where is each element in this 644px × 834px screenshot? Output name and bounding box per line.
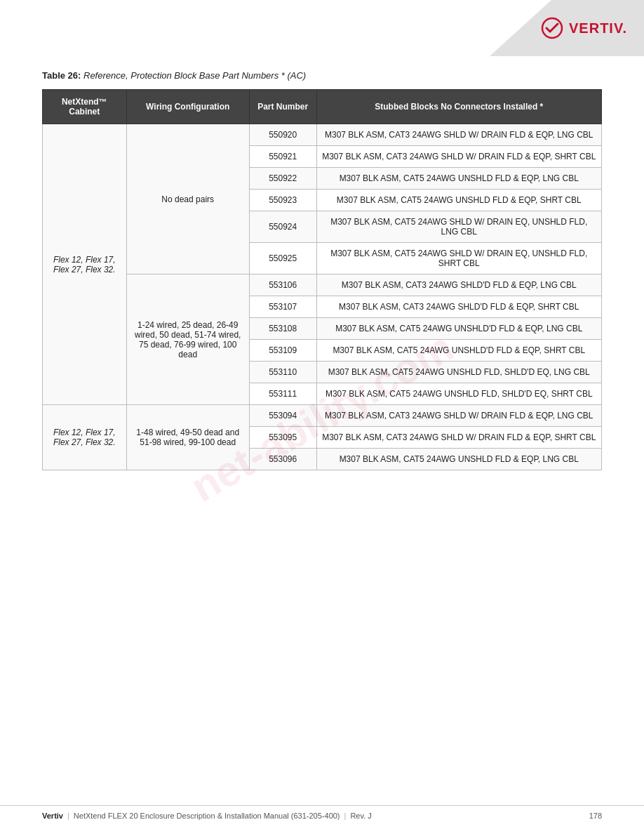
footer-divider2: | (344, 812, 347, 820)
header-stubbed: Stubbed Blocks No Connectors Installed * (316, 90, 602, 124)
cell-part-number: 550924 (249, 211, 316, 243)
table-caption-bold: Table 26: (42, 70, 81, 81)
cell-stubbed: M307 BLK ASM, CAT5 24AWG SHLD W/ DRAIN E… (316, 211, 602, 243)
cell-part-number: 553110 (249, 362, 316, 383)
cell-part-number: 553095 (249, 427, 316, 449)
footer-left: Vertiv | NetXtend FLEX 20 Enclosure Desc… (42, 812, 372, 820)
cell-stubbed: M307 BLK ASM, CAT3 24AWG SHLD W/ DRAIN F… (316, 405, 602, 427)
cell-part-number: 553107 (249, 296, 316, 318)
cell-stubbed: M307 BLK ASM, CAT3 24AWG SHLD W/ DRAIN F… (316, 124, 602, 146)
footer-manual: NetXtend FLEX 20 Enclosure Description &… (74, 812, 340, 820)
logo-text: VERTIV. (569, 20, 627, 37)
cell-part-number: 550921 (249, 146, 316, 168)
header-wiring: Wiring Configuration (126, 90, 249, 124)
cell-part-number: 550923 (249, 190, 316, 211)
cell-wiring: No dead pairs (126, 124, 249, 274)
cell-stubbed: M307 BLK ASM, CAT3 24AWG SHLD'D FLD & EQ… (316, 274, 602, 296)
cell-stubbed: M307 BLK ASM, CAT5 24AWG UNSHLD FLD & EQ… (316, 449, 602, 470)
cell-part-number: 553109 (249, 340, 316, 362)
page-footer: Vertiv | NetXtend FLEX 20 Enclosure Desc… (0, 805, 644, 820)
cell-stubbed: M307 BLK ASM, CAT5 24AWG UNSHLD'D FLD & … (316, 318, 602, 340)
cell-part-number: 553111 (249, 383, 316, 405)
cell-stubbed: M307 BLK ASM, CAT3 24AWG SHLD W/ DRAIN F… (316, 146, 602, 168)
cell-wiring: 1-48 wired, 49-50 dead and 51-98 wired, … (126, 405, 249, 470)
cell-part-number: 553106 (249, 274, 316, 296)
cell-cabinet: Flex 12, Flex 17, Flex 27, Flex 32. (43, 405, 127, 470)
cell-stubbed: M307 BLK ASM, CAT5 24AWG UNSHLD FLD, SHL… (316, 362, 602, 383)
reference-table: NetXtend™ Cabinet Wiring Configuration P… (42, 89, 602, 470)
table-row: 1-24 wired, 25 dead, 26-49 wired, 50 dea… (43, 274, 602, 296)
main-content: Table 26: Reference, Protection Block Ba… (0, 56, 644, 498)
cell-part-number: 553094 (249, 405, 316, 427)
footer-brand: Vertiv (42, 812, 63, 820)
footer-page: 178 (589, 812, 602, 820)
header-cabinet: NetXtend™ Cabinet (43, 90, 127, 124)
cell-stubbed: M307 BLK ASM, CAT5 24AWG UNSHLD FLD, SHL… (316, 383, 602, 405)
page-header: VERTIV. (0, 0, 644, 56)
table-caption: Table 26: Reference, Protection Block Ba… (42, 70, 602, 81)
cell-part-number: 553096 (249, 449, 316, 470)
header-part: Part Number (249, 90, 316, 124)
cell-stubbed: M307 BLK ASM, CAT5 24AWG UNSHLD FLD & EQ… (316, 190, 602, 211)
table-header-row: NetXtend™ Cabinet Wiring Configuration P… (43, 90, 602, 124)
table-caption-text: Reference, Protection Block Base Part Nu… (81, 70, 306, 81)
cell-part-number: 550925 (249, 243, 316, 274)
cell-stubbed: M307 BLK ASM, CAT3 24AWG SHLD'D FLD & EQ… (316, 296, 602, 318)
footer-divider1: | (67, 812, 69, 820)
cell-part-number: 553108 (249, 318, 316, 340)
footer-rev: Rev. J (350, 812, 371, 820)
cell-stubbed: M307 BLK ASM, CAT5 24AWG UNSHLD FLD & EQ… (316, 168, 602, 190)
cell-wiring: 1-24 wired, 25 dead, 26-49 wired, 50 dea… (126, 274, 249, 405)
cell-stubbed: M307 BLK ASM, CAT5 24AWG UNSHLD'D FLD & … (316, 340, 602, 362)
cell-cabinet: Flex 12, Flex 17, Flex 27, Flex 32. (43, 124, 127, 405)
table-row: Flex 12, Flex 17, Flex 27, Flex 32.1-48 … (43, 405, 602, 427)
cell-stubbed: M307 BLK ASM, CAT5 24AWG SHLD W/ DRAIN E… (316, 243, 602, 274)
table-row: Flex 12, Flex 17, Flex 27, Flex 32.No de… (43, 124, 602, 146)
cell-part-number: 550920 (249, 124, 316, 146)
cell-stubbed: M307 BLK ASM, CAT3 24AWG SHLD W/ DRAIN F… (316, 427, 602, 449)
vertiv-logo-icon (541, 17, 563, 39)
cell-part-number: 550922 (249, 168, 316, 190)
logo-area: VERTIV. (541, 17, 644, 39)
